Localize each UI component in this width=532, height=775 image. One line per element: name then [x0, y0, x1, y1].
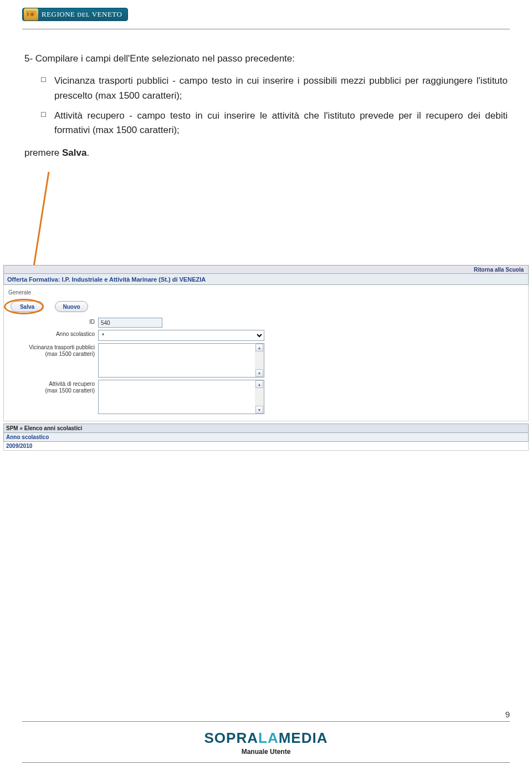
instruction-premere: premere Salva.	[24, 146, 508, 160]
nuovo-button[interactable]: Nuovo	[55, 301, 88, 312]
back-to-school-link[interactable]: Ritorna alla Scuola	[474, 267, 524, 273]
anno-label: Anno scolastico	[7, 330, 98, 338]
instruction-bullet-vicinanza: Vicinanza trasporti pubblici - campo tes…	[41, 74, 508, 103]
vicinanza-textarea[interactable]: ▴ ▾	[98, 343, 264, 378]
scrollbar[interactable]: ▴ ▾	[255, 344, 264, 377]
scrollbar[interactable]: ▴ ▾	[255, 380, 264, 414]
vicinanza-label: Vicinanza trasporti pubblici (max 1500 c…	[7, 343, 98, 358]
page-footer: 9 SOPRALAMEDIA Manuale Utente	[22, 710, 510, 763]
scroll-down-icon[interactable]: ▾	[255, 369, 263, 377]
spm-table: SPM » Elenco anni scolastici Anno scolas…	[3, 424, 529, 451]
svg-point-1	[30, 13, 34, 16]
id-field[interactable]	[98, 318, 162, 328]
region-crest-icon	[24, 8, 38, 21]
region-banner: REGIONE DEL VENETO	[22, 8, 128, 21]
scroll-up-icon[interactable]: ▴	[255, 344, 263, 351]
manual-title: Manuale Utente	[22, 748, 510, 756]
region-label: REGIONE DEL VENETO	[42, 10, 122, 19]
instruction-bullet-attivita: Attività recupero - campo testo in cui i…	[41, 109, 508, 138]
spm-column-header: Anno scolastico	[3, 433, 529, 442]
instruction-lead: 5- Compilare i campi dell'Ente seleziona…	[24, 52, 508, 66]
anno-select[interactable]: *	[98, 330, 264, 341]
footer-divider-bottom	[22, 762, 510, 763]
attivita-label: Attività di recupero (max 1500 caratteri…	[7, 380, 98, 394]
app-title: Offerta Formativa: I.P. Industriale e At…	[3, 274, 529, 285]
footer-divider	[22, 721, 510, 722]
page-number: 9	[22, 710, 510, 719]
tab-generale[interactable]: Generale	[8, 289, 525, 295]
app-screenshot: Ritorna alla Scuola Offerta Formativa: I…	[3, 265, 529, 451]
id-label: ID	[7, 318, 98, 325]
scroll-up-icon[interactable]: ▴	[255, 380, 263, 388]
spm-breadcrumb: SPM » Elenco anni scolastici	[3, 424, 529, 433]
header-divider	[22, 29, 510, 29]
instruction-text: 5- Compilare i campi dell'Ente seleziona…	[24, 52, 508, 160]
sopralamedia-logo: SOPRALAMEDIA	[22, 730, 510, 747]
app-topbar: Ritorna alla Scuola	[3, 265, 529, 274]
attivita-textarea[interactable]: ▴ ▾	[98, 380, 264, 414]
scroll-down-icon[interactable]: ▾	[255, 406, 263, 414]
salva-button[interactable]: Salva	[11, 301, 44, 312]
spm-row-year[interactable]: 2009/2010	[3, 442, 529, 451]
